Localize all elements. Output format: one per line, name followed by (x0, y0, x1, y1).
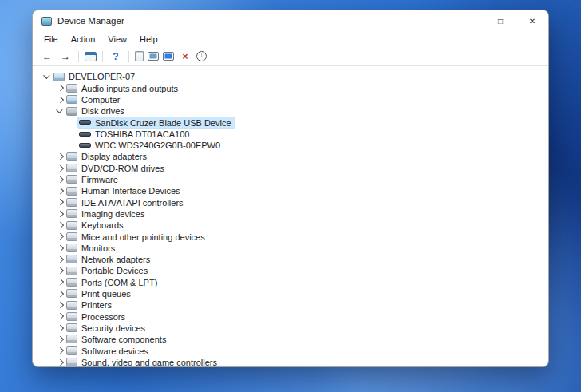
tree-item[interactable]: Ports (COM & LPT) (41, 276, 545, 287)
chevron-collapsed-icon[interactable] (55, 83, 65, 93)
scan-hardware-changes-button[interactable] (163, 52, 174, 61)
toolbar: ←→?× (33, 47, 548, 66)
tree-item[interactable]: Firmware (41, 174, 545, 185)
tree-item[interactable]: Keyboards (41, 220, 545, 231)
monitor-icon (66, 244, 77, 252)
chevron-collapsed-icon[interactable] (55, 266, 65, 276)
tree-item[interactable]: Monitors (41, 242, 545, 253)
tree-item-label: Monitors (81, 243, 115, 253)
device-manager-window: Device Manager – □ ✕ FileActionViewHelp … (32, 10, 549, 367)
computer-icon (66, 95, 77, 104)
toolbar-separator (128, 51, 129, 62)
menu-file[interactable]: File (38, 33, 65, 46)
device-manager-app-icon (42, 17, 52, 26)
toolbar-separator (102, 51, 103, 62)
dvd-icon (66, 164, 77, 172)
chevron-collapsed-icon[interactable] (55, 152, 65, 162)
chevron-collapsed-icon[interactable] (55, 254, 65, 264)
processor-icon (66, 312, 77, 321)
uninstall-device-button[interactable]: × (178, 49, 192, 63)
tree-item-label: DEVELOPER-07 (69, 72, 135, 82)
tree-item-label: SanDisk Cruzer Blade USB Device (95, 117, 231, 128)
tree-item-label: WDC WDS240G2G0B-00EPW0 (95, 141, 220, 151)
chevron-collapsed-icon[interactable] (55, 232, 65, 242)
tree-item[interactable]: Sound, video and game controllers (41, 356, 545, 366)
software-components-icon (66, 335, 77, 343)
toolbar-separator (78, 51, 79, 62)
tree-item[interactable]: Audio inputs and outputs (41, 82, 545, 93)
show-console-tree-button[interactable] (85, 52, 97, 61)
chevron-collapsed-icon[interactable] (55, 346, 65, 356)
tree-item[interactable]: Print queues (41, 288, 545, 299)
update-driver-button[interactable] (148, 52, 159, 61)
tree-item[interactable]: Human Interface Devices (41, 185, 545, 196)
disk-icon (66, 107, 77, 116)
chevron-collapsed-icon[interactable] (55, 334, 65, 344)
disable-device-button[interactable] (196, 51, 207, 61)
tree-item[interactable]: Mice and other pointing devices (41, 231, 545, 242)
tree-item[interactable]: IDE ATA/ATAPI controllers (41, 196, 545, 208)
tree-item[interactable]: Computer (41, 94, 545, 105)
tree-item[interactable]: DEVELOPER-07 (41, 71, 545, 82)
chevron-collapsed-icon[interactable] (55, 323, 65, 333)
close-button[interactable]: ✕ (516, 10, 548, 31)
ports-icon (66, 278, 77, 287)
disk-drive-icon (79, 120, 91, 125)
forward-button[interactable]: → (58, 49, 73, 63)
back-button[interactable]: ← (40, 49, 54, 63)
chevron-collapsed-icon[interactable] (55, 288, 65, 299)
tree-item-label: Human Interface Devices (81, 186, 180, 196)
tree-item[interactable]: Network adapters (41, 254, 545, 265)
chevron-expanded-icon[interactable] (55, 106, 65, 117)
chevron-collapsed-icon[interactable] (55, 208, 65, 219)
tree-item[interactable]: Security devices (41, 323, 545, 334)
tree-item[interactable]: Processors (41, 311, 545, 322)
firmware-icon (66, 175, 77, 184)
chevron-collapsed-icon[interactable] (55, 94, 65, 105)
title-bar[interactable]: Device Manager – □ ✕ (33, 10, 548, 31)
tree-item[interactable]: DVD/CD-ROM drives (41, 162, 545, 173)
tree-item[interactable]: Portable Devices (41, 265, 545, 276)
tree-item[interactable]: SanDisk Cruzer Blade USB Device (41, 117, 545, 128)
tree-item-label: Audio inputs and outputs (81, 83, 178, 93)
chevron-collapsed-icon[interactable] (55, 186, 65, 196)
help-button[interactable]: ? (109, 49, 123, 63)
tree-item[interactable]: Imaging devices (41, 208, 545, 220)
sound-icon (66, 358, 77, 366)
chevron-collapsed-icon[interactable] (55, 277, 65, 287)
tree-item[interactable]: Display adapters (41, 151, 545, 162)
network-icon (66, 255, 77, 263)
chevron-collapsed-icon[interactable] (55, 311, 65, 322)
minimize-button[interactable]: – (453, 10, 484, 31)
tree-item[interactable]: Disk drives (41, 105, 545, 117)
tree-item[interactable]: WDC WDS240G2G0B-00EPW0 (41, 140, 545, 151)
chevron-collapsed-icon[interactable] (55, 357, 65, 366)
chevron-collapsed-icon[interactable] (55, 174, 65, 184)
tree-item-label: Firmware (81, 175, 118, 185)
tree-item-label: IDE ATA/ATAPI controllers (81, 197, 184, 208)
tree-item-label: Mice and other pointing devices (81, 232, 205, 242)
chevron-collapsed-icon[interactable] (55, 163, 65, 173)
security-icon (66, 323, 77, 332)
tree-item[interactable]: Software devices (41, 345, 545, 356)
chevron-expanded-icon[interactable] (42, 72, 53, 82)
chevron-collapsed-icon[interactable] (55, 243, 65, 253)
tree-item[interactable]: Printers (41, 299, 545, 311)
disk-drive-icon (79, 143, 91, 148)
keyboard-icon (66, 221, 77, 230)
chevron-collapsed-icon[interactable] (55, 220, 65, 231)
properties-button[interactable] (135, 51, 144, 61)
tree-item[interactable]: TOSHIBA DT01ACA100 (41, 128, 545, 139)
chevron-collapsed-icon[interactable] (55, 197, 65, 208)
computer-icon (53, 73, 65, 81)
tree-item[interactable]: Software components (41, 334, 545, 345)
maximize-button[interactable]: □ (484, 10, 516, 31)
menu-action[interactable]: Action (65, 33, 102, 46)
tree-item-label: Portable Devices (81, 266, 148, 276)
menu-help[interactable]: Help (133, 33, 164, 46)
print-queue-icon (66, 289, 77, 298)
tree-item-label: Processors (81, 311, 125, 322)
menu-view[interactable]: View (101, 33, 133, 46)
display-icon (66, 152, 77, 161)
chevron-collapsed-icon[interactable] (55, 300, 65, 311)
